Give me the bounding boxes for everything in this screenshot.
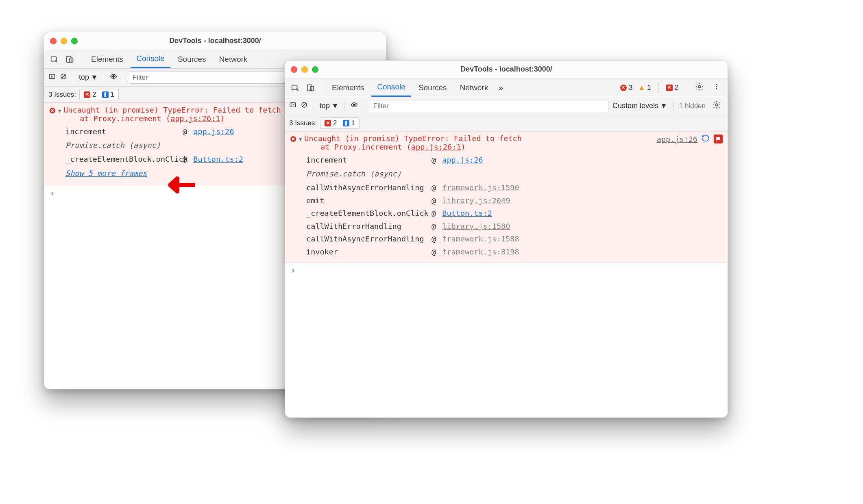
error-source-link[interactable]: app.js:26 [657,135,697,143]
device-toggle-icon[interactable] [304,78,318,97]
tab-console[interactable]: Console [131,50,170,68]
stack-frame-fn: increment [65,125,179,138]
errors-badge[interactable]: ✕3 [619,83,633,92]
window-title: DevTools - localhost:3000/ [285,65,728,74]
svg-point-11 [716,84,717,85]
toggle-sidebar-icon[interactable] [289,101,296,111]
issues-errors: 2 [92,91,96,99]
issues-counter[interactable]: ✕2 ❚1 [320,117,360,129]
stack-frame-fn: _createElementBlock.onClick [306,207,428,219]
devtools-window-expanded: DevTools - localhost:3000/ Elements Cons… [285,60,728,418]
issues-badge[interactable]: ✕2 [665,83,679,92]
source-link[interactable]: app.js:26 [193,127,234,136]
show-more-frames-link[interactable]: Show 5 more frames [49,166,147,181]
error-icon [49,107,56,115]
live-expression-icon[interactable] [110,73,117,82]
info-badge-icon: ❚ [102,91,109,98]
reload-icon[interactable] [702,134,710,144]
info-badge-icon: ❚ [343,120,349,126]
inspect-icon[interactable] [48,50,61,68]
error-at-loc[interactable]: app.js:26:1 [411,143,461,151]
error-message: Uncaught (in promise) TypeError: Failed … [63,106,281,114]
hidden-count[interactable]: 1 hidden [679,102,706,110]
close-window-button[interactable] [50,38,57,44]
error-at-line: at Proxy.increment (app.js:26:1) [304,143,522,151]
source-link[interactable]: Button.ts:2 [442,209,492,217]
source-link[interactable]: app.js:26 [442,156,483,164]
source-link[interactable]: Button.ts:2 [193,155,243,163]
clear-console-icon[interactable] [301,101,308,111]
tab-network[interactable]: Network [214,50,253,68]
clear-console-icon[interactable] [60,73,67,82]
stack-frame-loc: @ framework.js:1590 [432,181,723,194]
error-message: Uncaught (in promise) TypeError: Failed … [304,134,522,143]
tab-sources[interactable]: Sources [172,50,212,68]
svg-point-12 [716,86,717,87]
context-selector[interactable]: top ▼ [79,73,98,82]
async-boundary: Promise.catch (async) [306,166,723,181]
gear-icon[interactable] [693,82,706,93]
context-label: top [320,102,330,110]
live-expression-icon[interactable] [351,101,358,111]
issues-label: 3 Issues: [289,119,317,127]
console-prompt[interactable]: › [285,263,728,278]
source-link[interactable]: library.js:1580 [442,222,510,230]
console-toolbar: top ▼ Custom levels ▼ 1 hidden [285,97,728,115]
stack-frame-fn: callWithErrorHandling [306,220,428,232]
stack-frame-fn: callWithAsyncErrorHandling [306,232,428,245]
tab-network[interactable]: Network [454,78,494,97]
disclosure-triangle[interactable]: ▼ [58,108,61,114]
stack-frame-loc: @ framework.js:1588 [432,232,723,245]
warning-icon: ▲ [638,84,645,92]
error-circle-icon: ✕ [620,85,627,91]
toggle-sidebar-icon[interactable] [48,73,56,82]
titlebar: DevTools - localhost:3000/ [44,32,386,50]
console-settings-icon[interactable] [710,100,724,111]
chevron-down-icon: ▼ [91,73,98,82]
svg-rect-8 [307,85,312,91]
stack-frame-fn: emit [306,194,428,207]
filter-input[interactable] [370,100,608,112]
svg-point-16 [353,104,355,106]
stack-frame: invoker@ framework.js:8198 [306,245,723,258]
tab-console[interactable]: Console [371,78,411,97]
stack-frame: callWithAsyncErrorHandling@ framework.js… [306,181,723,194]
svg-point-10 [698,85,701,88]
context-selector[interactable]: top ▼ [320,102,339,110]
error-badge-icon: ✕ [325,120,331,126]
kebab-icon[interactable] [710,83,723,92]
minimize-window-button[interactable] [61,38,67,44]
svg-point-13 [716,88,717,89]
close-window-button[interactable] [291,66,297,73]
zoom-window-button[interactable] [71,38,78,44]
warnings-badge[interactable]: ▲1 [637,83,652,92]
source-link[interactable]: framework.js:8198 [442,248,519,256]
minimize-window-button[interactable] [301,66,308,73]
log-levels-selector[interactable]: Custom levels ▼ [612,102,667,110]
svg-rect-1 [67,56,71,62]
titlebar: DevTools - localhost:3000/ [285,61,728,78]
source-link[interactable]: library.js:2049 [442,196,510,205]
source-link[interactable]: framework.js:1588 [442,235,519,243]
issues-label: 3 Issues: [48,91,76,99]
stack-frame: _createElementBlock.onClick@ Button.ts:2 [306,207,723,219]
source-link[interactable]: framework.js:1590 [442,183,519,192]
issues-bar: 3 Issues: ✕2 ❚1 [285,115,728,131]
error-at-loc[interactable]: app.js:26:1 [170,114,220,123]
tab-sources[interactable]: Sources [413,78,453,97]
error-icon [290,136,296,144]
stack-frame-loc: @ framework.js:8198 [432,245,723,258]
window-controls [50,38,78,44]
stack-frame-loc: @ app.js:26 [432,154,723,166]
disclosure-triangle[interactable]: ▼ [299,137,302,142]
issues-counter[interactable]: ✕2 ❚1 [79,89,119,100]
stack-frame-loc: @ library.js:1580 [432,220,723,232]
tab-elements[interactable]: Elements [326,78,370,97]
inspect-icon[interactable] [288,78,302,97]
zoom-window-button[interactable] [312,66,318,73]
more-tabs-button[interactable]: » [495,78,506,97]
feedback-icon[interactable] [714,135,723,143]
tab-elements[interactable]: Elements [85,50,129,68]
stack-frame-fn: invoker [306,245,428,258]
device-toggle-icon[interactable] [63,50,77,68]
